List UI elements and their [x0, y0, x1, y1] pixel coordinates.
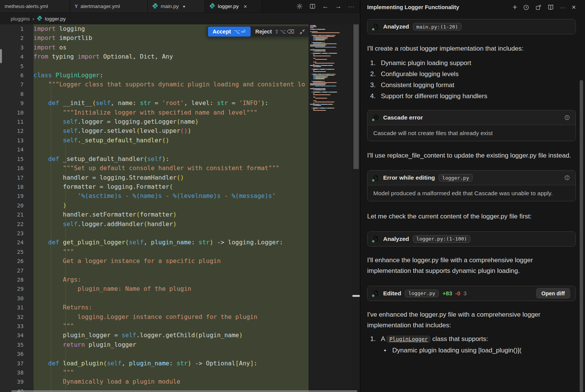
lines-removed: -0 — [455, 290, 460, 296]
accept-shortcut: ⌥⏎ — [234, 29, 246, 35]
python-icon — [152, 3, 158, 10]
minimap-content — [310, 25, 351, 113]
assistant-paragraph: I'll create a robust logger implementati… — [367, 43, 572, 54]
file-reference-chip[interactable]: logger.py — [439, 174, 472, 182]
file-icon — [373, 24, 379, 30]
file-icon — [373, 175, 379, 181]
indent-guide — [66, 132, 66, 392]
tab-logger-py[interactable]: logger.py × — [205, 0, 262, 13]
tab-actions: ← → ··· — [296, 0, 360, 13]
breadcrumb: pluggins › logger.py — [0, 13, 360, 24]
tool-card-analyzed-main[interactable]: Analyzed main.py:(1-20) — [367, 19, 576, 34]
left-edge-scrollbar[interactable] — [0, 49, 2, 63]
nav-back-icon[interactable]: ← — [322, 3, 329, 10]
modified-dot-icon[interactable]: ● — [183, 4, 185, 8]
tab-alertmanager[interactable]: Y alertmanager.yml — [70, 0, 148, 13]
assistant-paragraph: Let me check the current content of the … — [367, 211, 572, 222]
error-body: Model produced a malformed edit that Cas… — [368, 185, 575, 201]
error-circle-icon — [373, 114, 379, 121]
tab-prometheus-alerts[interactable]: metheus-alerts.yml — [0, 0, 70, 13]
reject-label: Reject — [255, 29, 272, 35]
history-icon[interactable] — [523, 4, 529, 11]
info-icon[interactable] — [564, 115, 570, 121]
editor-scrollbar[interactable] — [352, 24, 360, 392]
cascade-header: Implementing Logger Functionality + ··· … — [367, 0, 576, 14]
file-icon — [373, 236, 379, 242]
cascade-header-actions: + ··· × — [513, 3, 576, 12]
editor-tab-bar: metheus-alerts.yml Y alertmanager.yml ma… — [0, 0, 360, 13]
close-tab-icon[interactable]: × — [244, 3, 247, 10]
more-actions-icon[interactable]: ··· — [348, 3, 355, 10]
reject-shortcut: ⇧⌥⌫ — [275, 29, 295, 35]
python-icon — [209, 3, 215, 10]
lines-added: +83 — [443, 290, 452, 296]
panel-resize-handle[interactable] — [352, 295, 360, 297]
minimap[interactable] — [308, 24, 352, 392]
accept-button[interactable]: Accept ⌥⏎ — [208, 27, 251, 37]
list-item: Support for different logging handlers — [367, 91, 569, 102]
symbol-chip[interactable]: PluginLogger — [387, 336, 430, 343]
settings-gear-icon[interactable] — [296, 3, 303, 10]
tab-label: logger.py — [218, 3, 239, 9]
tool-label: Edited — [383, 290, 401, 297]
split-editor-icon[interactable] — [309, 3, 316, 10]
list-item: Dynamic plugin loading support — [367, 57, 569, 69]
new-conversation-icon[interactable]: + — [513, 3, 517, 12]
nav-forward-icon[interactable]: → — [335, 3, 342, 10]
tab-main-py[interactable]: main.py ● — [148, 0, 205, 13]
tool-card-analyzed-logger[interactable]: Analyzed logger.py:(1-100) — [367, 231, 576, 247]
status-dot — [372, 294, 375, 297]
tool-label: Analyzed — [383, 236, 409, 242]
assistant-paragraph: I've enhanced the logger.py file with a … — [367, 309, 572, 331]
open-diff-button[interactable]: Open diff — [536, 288, 570, 298]
error-title: Cascade error — [383, 114, 423, 121]
edit-error-card[interactable]: Error while editing logger.py Model prod… — [367, 170, 576, 201]
code-editor[interactable]: 1import logging2import importlib3import … — [0, 24, 308, 392]
error-body: Cascade will not create files that alrea… — [368, 125, 575, 141]
file-icon — [373, 290, 379, 296]
list-item: Consistent logging format — [367, 80, 569, 91]
docs-book-icon[interactable] — [547, 4, 554, 11]
breadcrumb-separator-icon: › — [32, 16, 34, 22]
tool-label: Analyzed — [383, 23, 409, 30]
editor-scrollbar-thumb[interactable] — [353, 24, 359, 169]
close-panel-icon[interactable]: × — [572, 3, 576, 11]
list-bullet-item: Dynamic plugin loading using [load_plugi… — [367, 345, 569, 356]
breadcrumb-folder[interactable]: pluggins — [11, 16, 30, 22]
status-dot — [372, 28, 375, 31]
file-reference-chip[interactable]: logger.py — [405, 290, 438, 297]
pending-count: 3 — [464, 290, 467, 296]
breadcrumb-file[interactable]: logger.py — [45, 16, 66, 22]
chat-scrollbar-thumb[interactable] — [580, 80, 583, 392]
assistant-paragraph: I'll use replace_file_content to update … — [367, 150, 572, 161]
editor-region: metheus-alerts.yml Y alertmanager.yml ma… — [0, 0, 360, 392]
file-reference-chip[interactable]: main.py:(1-20) — [413, 23, 462, 30]
conversation-title: Implementing Logger Functionality — [367, 4, 459, 10]
collapse-icon[interactable] — [299, 29, 305, 35]
accept-label: Accept — [213, 29, 231, 35]
cascade-error-card[interactable]: Cascade error Cascade will not create fi… — [367, 110, 576, 141]
summary-list: A PluginLogger class that supports: — [367, 333, 569, 345]
status-dot — [372, 118, 375, 121]
status-dot — [372, 240, 375, 243]
cascade-panel: Implementing Logger Functionality + ··· … — [360, 0, 585, 392]
list-item: A PluginLogger class that supports: — [367, 333, 569, 345]
windsurf-window: metheus-alerts.yml Y alertmanager.yml ma… — [0, 0, 585, 392]
python-icon — [37, 16, 42, 22]
edited-file-card[interactable]: Edited logger.py +83 -0 3 Open diff — [367, 286, 576, 301]
yaml-icon: Y — [75, 4, 78, 9]
tab-label: metheus-alerts.yml — [5, 3, 48, 9]
diff-action-bar: Accept ⌥⏎ Reject ⇧⌥⌫ — [207, 26, 309, 37]
list-item: Configurable logging levels — [367, 69, 569, 80]
reject-button[interactable]: Reject ⇧⌥⌫ — [255, 29, 295, 35]
file-reference-chip[interactable]: logger.py:(1-100) — [413, 235, 470, 243]
status-dot — [372, 179, 375, 182]
tab-label: alertmanager.yml — [80, 3, 120, 9]
info-icon[interactable] — [564, 175, 570, 181]
tab-label: main.py — [161, 3, 179, 9]
indent-guide — [51, 80, 51, 392]
feature-list: Dynamic plugin loading support Configura… — [367, 57, 569, 102]
apps-grid-icon[interactable] — [535, 4, 542, 11]
more-options-icon[interactable]: ··· — [560, 5, 566, 10]
horizontal-scrollbar[interactable] — [11, 390, 357, 392]
